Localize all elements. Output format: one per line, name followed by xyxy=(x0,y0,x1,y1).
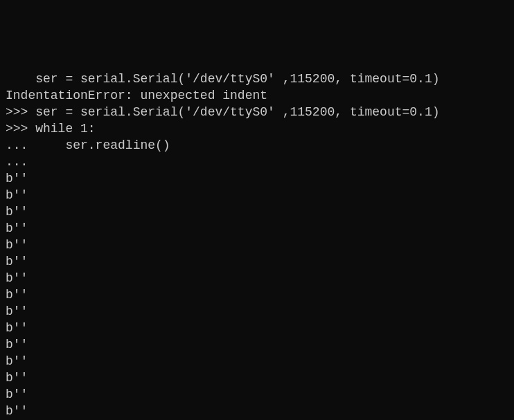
terminal-line: b'' xyxy=(6,237,508,253)
terminal-line: b'' xyxy=(6,369,508,386)
terminal-line: b'' xyxy=(6,220,508,237)
terminal-line: b'' xyxy=(6,170,508,187)
terminal-line: b'' xyxy=(6,187,508,203)
terminal-line: b'' xyxy=(6,320,508,336)
terminal-line: b'' xyxy=(6,253,508,270)
terminal-line: ... xyxy=(6,154,508,170)
terminal-line: b'' xyxy=(6,286,508,303)
terminal-line: >>> ser = serial.Serial('/dev/ttyS0' ,11… xyxy=(6,104,508,120)
terminal-line: ... ser.readline() xyxy=(6,137,508,154)
terminal-output[interactable]: ser = serial.Serial('/dev/ttyS0' ,115200… xyxy=(6,71,508,420)
terminal-line: b'' xyxy=(6,336,508,353)
terminal-line: IndentationError: unexpected indent xyxy=(6,87,508,104)
terminal-line: b'' xyxy=(6,386,508,403)
terminal-line: b'' xyxy=(6,270,508,286)
terminal-line: b'' xyxy=(6,403,508,419)
terminal-line: b'' xyxy=(6,353,508,369)
terminal-line: b'' xyxy=(6,203,508,220)
terminal-line: >>> while 1: xyxy=(6,120,508,137)
terminal-line: ser = serial.Serial('/dev/ttyS0' ,115200… xyxy=(6,71,508,87)
terminal-line: b'' xyxy=(6,303,508,320)
